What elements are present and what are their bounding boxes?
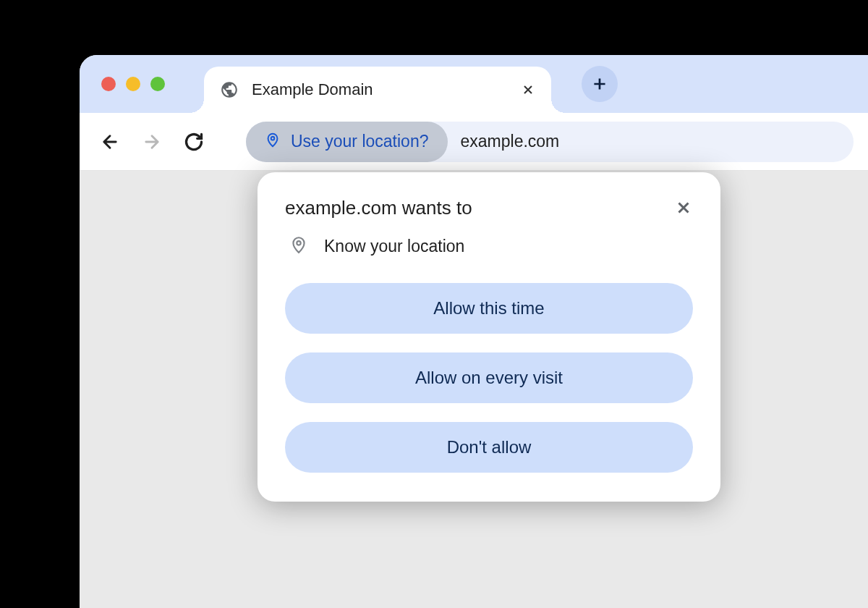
url-text: example.com bbox=[461, 132, 560, 151]
allow-once-button[interactable]: Allow this time bbox=[285, 283, 693, 334]
address-bar[interactable]: Use your location? example.com bbox=[246, 122, 854, 162]
svg-point-0 bbox=[271, 136, 275, 140]
reload-button[interactable] bbox=[178, 126, 210, 158]
location-pin-icon bbox=[265, 132, 281, 152]
location-permission-chip[interactable]: Use your location? bbox=[246, 122, 448, 162]
close-tab-button[interactable] bbox=[521, 83, 535, 97]
permission-dialog: example.com wants to Know your location … bbox=[258, 172, 720, 502]
back-button[interactable] bbox=[94, 126, 126, 158]
dialog-title: example.com wants to bbox=[285, 197, 472, 219]
new-tab-button[interactable] bbox=[582, 66, 618, 102]
permission-item: Know your location bbox=[285, 234, 693, 258]
minimize-window-button[interactable] bbox=[126, 77, 140, 91]
close-window-button[interactable] bbox=[101, 77, 116, 91]
browser-window: Example Domain Use your location? e bbox=[80, 55, 868, 608]
location-chip-text: Use your location? bbox=[291, 132, 429, 151]
location-pin-icon bbox=[289, 234, 308, 258]
globe-icon bbox=[220, 80, 239, 99]
svg-point-1 bbox=[297, 241, 300, 245]
close-dialog-button[interactable] bbox=[674, 198, 693, 217]
permission-text: Know your location bbox=[324, 237, 464, 256]
tab-strip: Example Domain bbox=[80, 55, 868, 113]
browser-tab[interactable]: Example Domain bbox=[204, 67, 551, 113]
window-controls bbox=[101, 77, 165, 91]
toolbar: Use your location? example.com bbox=[80, 113, 868, 171]
deny-button[interactable]: Don't allow bbox=[285, 422, 693, 473]
forward-button[interactable] bbox=[136, 126, 168, 158]
maximize-window-button[interactable] bbox=[150, 77, 165, 91]
allow-always-button[interactable]: Allow on every visit bbox=[285, 352, 693, 403]
tab-title: Example Domain bbox=[252, 80, 508, 99]
